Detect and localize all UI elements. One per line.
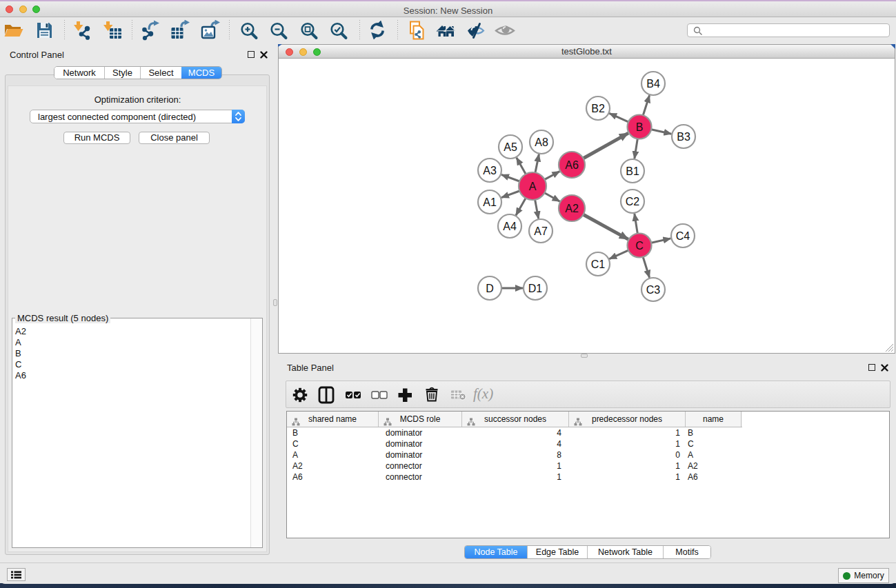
svg-text:C2: C2 [626, 196, 640, 207]
svg-text:B1: B1 [626, 165, 639, 177]
svg-text:B: B [636, 121, 644, 133]
svg-text:A5: A5 [504, 141, 517, 153]
svg-text:A1: A1 [483, 196, 497, 208]
svg-text:C1: C1 [591, 258, 606, 270]
svg-text:A8: A8 [535, 136, 548, 148]
svg-text:A7: A7 [534, 225, 548, 237]
svg-text:D1: D1 [528, 283, 543, 294]
svg-text:D: D [486, 283, 494, 294]
svg-text:A4: A4 [503, 221, 517, 232]
svg-text:C3: C3 [646, 284, 661, 296]
svg-text:A: A [529, 181, 537, 192]
svg-text:A6: A6 [565, 159, 579, 171]
svg-text:A2: A2 [565, 203, 579, 214]
svg-text:C4: C4 [676, 230, 690, 242]
svg-text:B4: B4 [646, 78, 660, 90]
svg-text:B3: B3 [677, 131, 690, 143]
svg-text:A3: A3 [483, 165, 497, 176]
svg-text:B2: B2 [591, 103, 605, 114]
svg-text:C: C [635, 240, 644, 252]
